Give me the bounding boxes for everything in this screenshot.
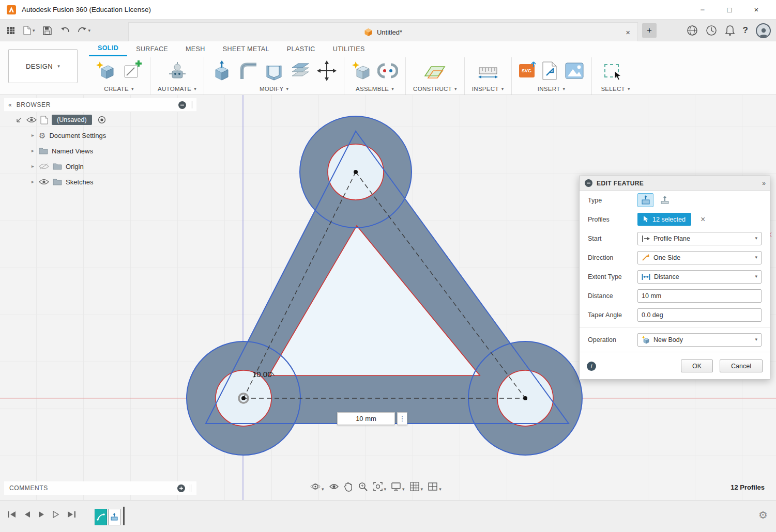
tab-utilities[interactable]: UTILITIES [324, 41, 374, 56]
create-menu[interactable]: CREATE▾ [104, 86, 133, 92]
insert-svg-icon[interactable]: SVG [519, 64, 535, 77]
visibility-off-icon[interactable] [39, 163, 49, 169]
close-tab-icon[interactable]: × [626, 23, 630, 42]
collapse-all-icon[interactable] [178, 101, 186, 109]
save-button[interactable] [40, 22, 55, 39]
timeline-sketch-feature[interactable] [95, 509, 107, 525]
select-tool-icon[interactable] [604, 64, 619, 77]
manipulator-handle[interactable]: ⋮ [397, 412, 407, 425]
look-at-button[interactable] [329, 481, 339, 492]
construction-plane-icon[interactable] [424, 60, 446, 81]
undo-button[interactable] [57, 22, 73, 39]
insert-menu[interactable]: INSERT▾ [538, 86, 566, 92]
operation-dropdown[interactable]: New Body▾ [637, 333, 762, 347]
tab-solid[interactable]: SOLID [89, 41, 127, 56]
offset-face-icon[interactable] [290, 60, 311, 81]
shell-icon[interactable] [264, 60, 284, 81]
notification-bell-icon[interactable] [725, 25, 735, 36]
minimize-button[interactable]: − [689, 0, 716, 19]
inspect-menu[interactable]: INSPECT▾ [472, 86, 504, 92]
visibility-eye-icon[interactable] [26, 117, 37, 123]
viewports-button[interactable]: ▾ [428, 481, 442, 492]
user-avatar[interactable] [756, 23, 771, 38]
fillet-icon[interactable] [238, 60, 258, 81]
collapse-panel-icon[interactable]: « [8, 101, 12, 108]
assemble-menu[interactable]: ASSEMBLE▾ [356, 86, 394, 92]
info-icon[interactable]: i [587, 362, 596, 371]
activate-radio-icon[interactable] [98, 116, 106, 124]
grid-settings-button[interactable]: ▾ [409, 481, 423, 492]
job-status-clock-icon[interactable] [706, 25, 717, 36]
joint-icon[interactable] [377, 60, 398, 81]
tab-mesh[interactable]: MESH [177, 41, 214, 56]
tree-caret-icon[interactable]: ▾ [29, 179, 35, 185]
browser-item-named-views[interactable]: ▾ Named Views [4, 143, 196, 159]
extrude-type-selected-icon[interactable] [637, 193, 653, 207]
add-comment-icon[interactable] [177, 484, 185, 492]
play-button[interactable] [38, 510, 45, 519]
browser-header[interactable]: « BROWSER [4, 98, 196, 112]
browser-root-row[interactable]: (Unsaved) [4, 112, 196, 128]
automate-icon[interactable] [166, 60, 188, 81]
help-icon[interactable]: ? [743, 25, 748, 36]
construct-menu[interactable]: CONSTRUCT▾ [413, 86, 457, 92]
cancel-button[interactable]: Cancel [720, 359, 763, 372]
dimension-label[interactable]: 10.00 [252, 370, 272, 379]
document-root-label[interactable]: (Unsaved) [52, 115, 92, 125]
timeline-extrude-feature[interactable] [108, 509, 120, 525]
app-grid-icon[interactable] [3, 22, 19, 39]
go-to-end-button[interactable] [67, 510, 76, 519]
step-back-button[interactable] [24, 510, 31, 519]
extensions-globe-icon[interactable] [687, 25, 698, 36]
browser-item-origin[interactable]: ▾ Origin [4, 159, 196, 174]
display-settings-button[interactable]: ▾ [391, 481, 405, 492]
close-button[interactable]: × [743, 0, 770, 19]
maximize-button[interactable]: □ [716, 0, 743, 19]
tab-surface[interactable]: SURFACE [127, 41, 177, 56]
timeline-playhead[interactable] [123, 507, 125, 525]
timeline-settings-gear-icon[interactable]: ⚙ [758, 509, 768, 521]
go-to-start-button[interactable] [7, 510, 16, 519]
redo-button[interactable]: ▾ [75, 22, 94, 39]
tree-expand-icon[interactable] [16, 116, 23, 123]
browser-item-document-settings[interactable]: ▾ ⚙ Document Settings [4, 128, 196, 143]
start-dropdown[interactable]: Profile Plane▾ [637, 232, 762, 245]
expand-dialog-icon[interactable]: » [762, 180, 765, 187]
profiles-selected-chip[interactable]: 12 selected [637, 213, 691, 226]
visibility-eye-icon[interactable] [39, 179, 49, 185]
comments-panel[interactable]: COMMENTS [4, 481, 196, 495]
fit-button[interactable]: ▾ [373, 481, 387, 492]
tree-caret-icon[interactable]: ▾ [29, 132, 35, 138]
zoom-button[interactable] [358, 481, 368, 492]
workspace-switcher[interactable]: DESIGN ▾ [8, 49, 78, 83]
distance-field[interactable]: 10 mm [637, 289, 762, 303]
dialog-header[interactable]: EDIT FEATURE » [580, 176, 770, 191]
panel-grip[interactable] [190, 484, 191, 492]
browser-item-sketches[interactable]: ▾ Sketches [4, 174, 196, 190]
tree-caret-icon[interactable]: ▾ [29, 163, 35, 169]
tab-sheet-metal[interactable]: SHEET METAL [214, 41, 278, 56]
canvas-image-icon[interactable] [565, 62, 584, 80]
move-copy-icon[interactable] [317, 60, 337, 81]
step-forward-button[interactable] [53, 510, 59, 519]
dialog-collapse-icon[interactable] [585, 179, 592, 187]
create-sketch-icon[interactable] [122, 60, 143, 81]
measure-icon[interactable] [477, 60, 499, 81]
tree-caret-icon[interactable]: ▾ [29, 148, 35, 154]
orbit-button[interactable]: ▾ [310, 481, 324, 492]
select-menu[interactable]: SELECT▾ [601, 86, 630, 92]
direction-dropdown[interactable]: One Side▾ [637, 251, 762, 264]
extent-type-dropdown[interactable]: Distance▾ [637, 270, 762, 284]
thin-extrude-type-icon[interactable] [657, 193, 673, 207]
pan-button[interactable] [344, 481, 353, 492]
tab-plastic[interactable]: PLASTIC [278, 41, 324, 56]
taper-angle-field[interactable]: 0.0 deg [637, 308, 762, 322]
insert-derive-icon[interactable] [541, 61, 558, 81]
distance-input[interactable]: 10 mm [337, 412, 395, 425]
clear-selection-icon[interactable]: × [701, 215, 705, 224]
modify-menu[interactable]: MODIFY▾ [260, 86, 288, 92]
new-tab-button[interactable]: + [642, 23, 657, 38]
new-body-icon[interactable] [95, 60, 116, 81]
ok-button[interactable]: OK [681, 359, 713, 372]
panel-grip[interactable] [191, 101, 192, 108]
